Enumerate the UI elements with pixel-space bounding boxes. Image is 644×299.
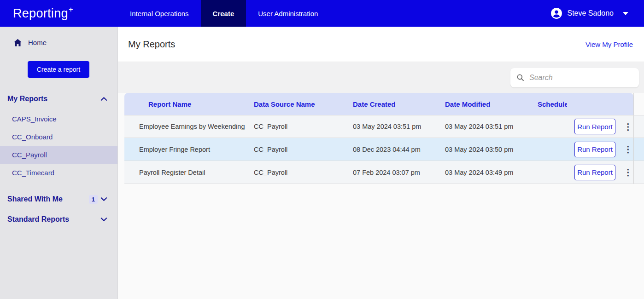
chevron-down-icon <box>623 12 628 15</box>
sidebar-section-label: Standard Reports <box>7 215 100 224</box>
chevron-up-icon <box>100 97 107 101</box>
date-created-cell: 08 Dec 2023 04:44 pm <box>345 138 438 161</box>
run-report-button[interactable]: Run Report <box>574 119 615 134</box>
search-icon <box>516 73 525 82</box>
nav-internal-operations[interactable]: Internal Operations <box>118 0 201 27</box>
chevron-down-icon <box>100 197 107 201</box>
table-row: Employer Fringe Report CC_Payroll 08 Dec… <box>124 138 644 161</box>
data-source-cell: CC_Payroll <box>246 115 345 138</box>
date-modified-cell: 03 May 2024 03:50 pm <box>438 138 530 161</box>
report-name-cell: Payroll Register Detail <box>124 161 246 184</box>
col-header-date-created: Date Created <box>345 93 438 115</box>
col-header-actions <box>567 93 633 115</box>
page-header: My Reports View My Profile <box>118 27 644 62</box>
search-box[interactable] <box>510 68 639 87</box>
table-body: Employee Earnings by Weekending CC_Payro… <box>124 115 644 184</box>
data-source-cell: CC_Payroll <box>246 138 345 161</box>
date-created-cell: 03 May 2024 03:51 pm <box>345 115 438 138</box>
page-title: My Reports <box>128 39 175 50</box>
sidebar-section-shared-with-me[interactable]: Shared With Me 1 <box>0 190 117 208</box>
table-edge-strip <box>633 93 644 115</box>
table-row: Payroll Register Detail CC_Payroll 07 Fe… <box>124 161 644 184</box>
scheduled-cell <box>530 161 567 184</box>
app-logo-plus: + <box>69 5 73 14</box>
col-header-report-name: Report Name <box>124 93 246 115</box>
view-my-profile-link[interactable]: View My Profile <box>585 40 633 48</box>
table-edge-strip <box>633 161 644 184</box>
kebab-menu-icon[interactable]: ⋮ <box>623 121 633 133</box>
sidebar-item-cc-timecard[interactable]: CC_Timecard <box>0 164 117 182</box>
sidebar-section-standard-reports[interactable]: Standard Reports <box>0 210 117 229</box>
report-name-cell: Employer Fringe Report <box>124 138 246 161</box>
sidebar-item-cc-payroll[interactable]: CC_Payroll <box>0 146 117 164</box>
user-avatar-icon <box>550 7 562 19</box>
main-nav: Internal Operations Create User Administ… <box>118 0 330 27</box>
report-name-cell: Employee Earnings by Weekending <box>124 115 246 138</box>
user-name: Steve Sadono <box>567 9 614 17</box>
sidebar: Home Create a report My Reports CAPS_Inv… <box>0 27 118 299</box>
kebab-menu-icon[interactable]: ⋮ <box>623 143 633 155</box>
search-input[interactable] <box>529 74 633 82</box>
table-edge-strip <box>633 115 644 138</box>
actions-cell: Run Report ⋮ <box>567 161 633 184</box>
shared-count-badge: 1 <box>89 195 98 204</box>
sidebar-section-label: Shared With Me <box>7 195 89 203</box>
create-report-button[interactable]: Create a report <box>28 61 89 78</box>
date-created-cell: 07 Feb 2024 03:07 pm <box>345 161 438 184</box>
actions-cell: Run Report ⋮ <box>567 115 633 138</box>
date-modified-cell: 03 May 2024 03:51 pm <box>438 115 530 138</box>
scheduled-cell <box>530 115 567 138</box>
table-row: Employee Earnings by Weekending CC_Payro… <box>124 115 644 138</box>
data-source-cell: CC_Payroll <box>246 161 345 184</box>
sidebar-section-label: My Reports <box>7 95 100 103</box>
table-edge-strip <box>633 138 644 161</box>
kebab-menu-icon[interactable]: ⋮ <box>623 166 633 178</box>
reports-table-area: Report Name Data Source Name Date Create… <box>118 93 644 299</box>
sidebar-item-caps-invoice[interactable]: CAPS_Invoice <box>0 110 117 128</box>
top-navbar: Reporting+ Internal Operations Create Us… <box>0 0 644 27</box>
sidebar-item-cc-onboard[interactable]: CC_Onboard <box>0 128 117 146</box>
sidebar-item-home[interactable]: Home <box>0 27 117 47</box>
run-report-button[interactable]: Run Report <box>574 165 615 180</box>
nav-create[interactable]: Create <box>201 0 246 27</box>
app-logo-text: Reporting <box>13 6 68 21</box>
app-logo[interactable]: Reporting+ <box>0 0 118 27</box>
scheduled-cell <box>530 138 567 161</box>
col-header-scheduled: Scheduled <box>530 93 567 115</box>
main-content: My Reports View My Profile Report Name D… <box>118 27 644 299</box>
nav-user-administration[interactable]: User Administration <box>246 0 330 27</box>
home-icon <box>13 38 23 47</box>
user-menu[interactable]: Steve Sadono <box>550 0 644 27</box>
table-header-row: Report Name Data Source Name Date Create… <box>124 93 644 115</box>
actions-cell: Run Report ⋮ <box>567 138 633 161</box>
col-header-date-modified: Date Modified <box>438 93 530 115</box>
my-reports-list: CAPS_Invoice CC_Onboard CC_Payroll CC_Ti… <box>0 110 117 182</box>
sidebar-section-my-reports[interactable]: My Reports <box>0 90 117 108</box>
chevron-down-icon <box>100 217 107 222</box>
date-modified-cell: 03 May 2024 03:49 pm <box>438 161 530 184</box>
col-header-data-source: Data Source Name <box>246 93 345 115</box>
table-toolbar <box>118 62 644 93</box>
sidebar-home-label: Home <box>28 39 47 46</box>
reports-table: Report Name Data Source Name Date Create… <box>124 93 644 184</box>
run-report-button[interactable]: Run Report <box>574 142 615 157</box>
